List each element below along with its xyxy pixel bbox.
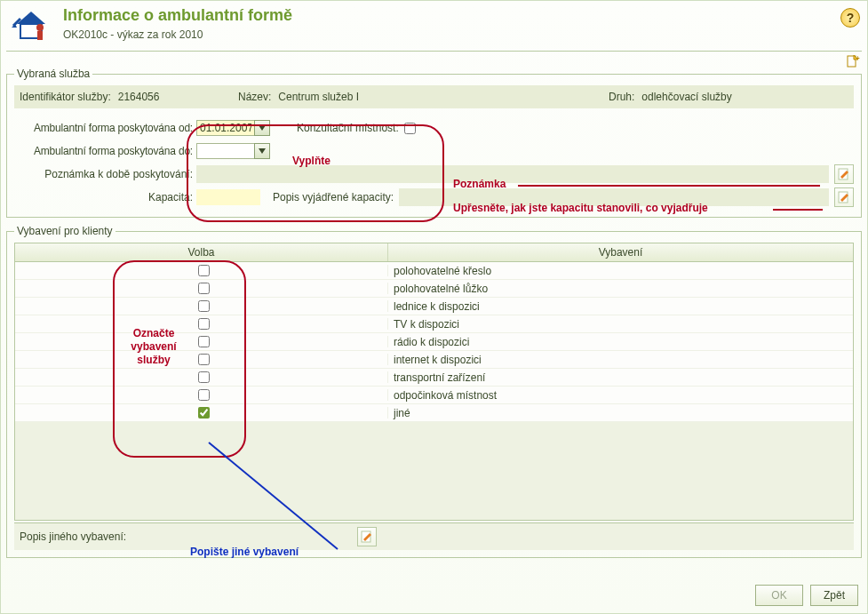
equipment-checkbox[interactable] xyxy=(198,407,210,419)
svg-point-3 xyxy=(36,24,44,31)
service-name-label: Název: xyxy=(238,91,271,103)
table-row: rádio k dispozici xyxy=(15,333,853,351)
equipment-label: transportní zařízení xyxy=(388,371,853,384)
other-equipment-row: Popis jiného vybavení: xyxy=(14,522,854,550)
page-title: Informace o ambulantní formě xyxy=(63,1,867,25)
capacity-desc-wrap xyxy=(399,188,829,206)
pencil-icon xyxy=(838,168,850,180)
table-row: TV k dispozici xyxy=(15,315,853,333)
ok-button[interactable]: OK xyxy=(755,585,803,606)
service-name-value xyxy=(275,89,452,105)
equipment-legend: Vybavení pro klienty xyxy=(14,225,115,237)
grid-header: Volba Vybavení xyxy=(15,243,853,262)
svg-marker-8 xyxy=(259,148,266,154)
capacity-desc-value xyxy=(400,189,828,205)
from-date-dropdown[interactable] xyxy=(254,120,270,136)
service-id-label: Identifikátor služby: xyxy=(20,91,111,103)
table-row: internet k dispozici xyxy=(15,351,853,369)
konzult-label: Konzultační místnost: xyxy=(297,122,399,134)
svg-rect-4 xyxy=(37,31,43,40)
equipment-label: polohovatelné lůžko xyxy=(388,283,853,295)
home-person-icon xyxy=(12,8,51,42)
svg-text:+: + xyxy=(856,54,860,62)
pencil-icon xyxy=(838,191,850,203)
table-row: lednice k dispozici xyxy=(15,298,853,315)
equipment-label: TV k dispozici xyxy=(388,318,853,331)
help-icon[interactable]: ? xyxy=(840,8,860,28)
button-bar: OK Zpět xyxy=(755,585,858,606)
capacity-input[interactable] xyxy=(196,189,260,205)
page-subtitle: OK2010c - výkaz za rok 2010 xyxy=(63,28,867,41)
capacity-label: Kapacita: xyxy=(14,191,196,203)
equipment-label: internet k dispozici xyxy=(388,354,853,366)
capacity-desc-edit-button[interactable] xyxy=(834,187,854,207)
other-equipment-label: Popis jiného vybavení: xyxy=(20,530,162,543)
service-group: Vybraná služba Identifikátor služby: Náz… xyxy=(6,68,862,218)
other-equipment-edit-button[interactable] xyxy=(357,527,377,546)
table-row: transportní zařízení xyxy=(15,369,853,387)
note-edit-button[interactable] xyxy=(834,164,854,184)
equipment-checkbox[interactable] xyxy=(198,318,210,330)
equipment-checkbox[interactable] xyxy=(198,336,210,347)
header: Informace o ambulantní formě OK2010c - v… xyxy=(1,1,867,51)
service-id-value xyxy=(115,89,177,105)
capacity-desc-label: Popis vyjádřené kapacity: xyxy=(273,191,394,203)
from-date-label: Ambulantní forma poskytována od: xyxy=(14,122,196,134)
equipment-label: odpočinková místnost xyxy=(388,389,853,402)
note-field-wrap xyxy=(196,165,829,183)
pencil-icon xyxy=(361,530,373,543)
service-legend: Vybraná služba xyxy=(14,68,92,80)
col-item-header: Vybavení xyxy=(388,243,853,261)
svg-marker-7 xyxy=(259,125,266,131)
equipment-grid: Volba Vybavení polohovatelné křeslopoloh… xyxy=(14,243,854,521)
equipment-label: jiné xyxy=(388,407,853,419)
from-date-input[interactable] xyxy=(196,120,255,136)
equipment-checkbox[interactable] xyxy=(198,283,210,294)
note-label: Poznámka k době poskytování: xyxy=(14,168,196,180)
to-date-input[interactable] xyxy=(196,143,255,159)
service-type-label: Druh: xyxy=(609,91,634,103)
service-type-value xyxy=(638,89,789,105)
chevron-down-icon xyxy=(259,148,266,154)
equipment-label: polohovatelné křeslo xyxy=(388,265,853,277)
table-row: odpočinková místnost xyxy=(15,387,853,404)
equipment-checkbox[interactable] xyxy=(198,354,210,365)
to-date-label: Ambulantní forma poskytována do: xyxy=(14,145,196,157)
chevron-down-icon xyxy=(259,125,266,131)
equipment-label: lednice k dispozici xyxy=(388,300,853,313)
new-doc-icon[interactable]: + xyxy=(846,54,860,68)
divider xyxy=(6,51,862,52)
konzult-checkbox[interactable] xyxy=(404,123,416,134)
back-button[interactable]: Zpět xyxy=(810,585,858,606)
svg-marker-0 xyxy=(17,12,45,24)
equipment-checkbox[interactable] xyxy=(198,300,210,312)
equipment-checkbox[interactable] xyxy=(198,371,210,383)
table-row: polohovatelné křeslo xyxy=(15,262,853,280)
table-row: jiné xyxy=(15,404,853,422)
service-summary-row: Identifikátor služby: Název: Druh: xyxy=(14,85,854,108)
col-choice-header: Volba xyxy=(15,243,388,261)
note-value xyxy=(197,166,828,182)
equipment-group: Vybavení pro klienty Volba Vybavení polo… xyxy=(6,225,862,558)
window-panel: Informace o ambulantní formě OK2010c - v… xyxy=(0,0,868,614)
grid-empty-area xyxy=(15,422,853,520)
to-date-dropdown[interactable] xyxy=(254,143,270,159)
equipment-checkbox[interactable] xyxy=(198,265,210,276)
equipment-label: rádio k dispozici xyxy=(388,336,853,348)
table-row: polohovatelné lůžko xyxy=(15,280,853,298)
equipment-checkbox[interactable] xyxy=(198,389,210,401)
